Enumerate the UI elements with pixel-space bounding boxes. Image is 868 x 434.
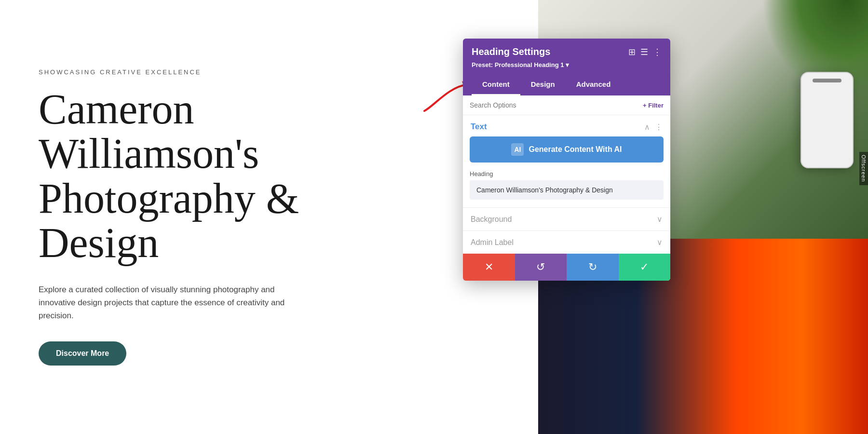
save-button[interactable]: ✓ xyxy=(619,254,671,281)
text-section-title: Text xyxy=(471,122,487,132)
heading-line1: Cameron xyxy=(39,86,194,133)
undo-icon: ↺ xyxy=(536,261,545,273)
heading-line4: Design xyxy=(39,219,159,266)
cancel-button[interactable]: ✕ xyxy=(463,254,515,281)
filter-button[interactable]: + Filter xyxy=(643,102,664,109)
tab-design[interactable]: Design xyxy=(520,74,566,95)
tab-advanced[interactable]: Advanced xyxy=(566,74,622,95)
ai-button-label: Generate Content With AI xyxy=(529,145,622,154)
tab-content[interactable]: Content xyxy=(472,74,520,95)
background-section[interactable]: Background ∨ xyxy=(463,207,670,231)
settings-panel: Heading Settings ⊞ ☰ ⋮ Preset: Professio… xyxy=(463,39,670,281)
background-chevron-icon: ∨ xyxy=(657,215,663,224)
heading-field-input[interactable] xyxy=(470,180,664,200)
panel-title: Heading Settings xyxy=(472,46,550,57)
admin-label-chevron-icon: ∨ xyxy=(657,238,663,247)
heading-field-label: Heading xyxy=(470,170,664,177)
offscreen-label: Offscreen xyxy=(859,152,868,185)
redo-button[interactable]: ↻ xyxy=(567,254,619,281)
expand-icon[interactable]: ⊞ xyxy=(628,47,636,57)
admin-label-section[interactable]: Admin Label ∨ xyxy=(463,231,670,254)
preset-label: Preset: Professional Heading 1 xyxy=(472,61,564,68)
main-heading: Cameron Williamson's Photography & Desig… xyxy=(39,87,465,266)
heading-line2: Williamson's xyxy=(39,130,259,177)
collapse-icon[interactable]: ∧ xyxy=(644,122,650,132)
ai-generate-button[interactable]: AI Generate Content With AI xyxy=(470,136,664,163)
search-row: + Filter xyxy=(463,95,670,115)
phone-decoration xyxy=(800,72,854,168)
panel-title-row: Heading Settings ⊞ ☰ ⋮ xyxy=(472,46,662,57)
save-icon: ✓ xyxy=(640,261,649,273)
background-section-title: Background xyxy=(471,215,512,224)
undo-button[interactable]: ↺ xyxy=(515,254,567,281)
main-content-area: SHOWCASING CREATIVE EXCELLENCE Cameron W… xyxy=(0,0,503,434)
discover-more-button[interactable]: Discover More xyxy=(39,341,126,366)
columns-icon[interactable]: ☰ xyxy=(640,47,648,57)
cancel-icon: ✕ xyxy=(485,261,493,273)
admin-label-section-title: Admin Label xyxy=(471,238,514,247)
heading-line3: Photography & xyxy=(39,175,299,222)
heading-field-group: Heading xyxy=(463,170,670,207)
search-input[interactable] xyxy=(470,101,639,109)
redo-icon: ↻ xyxy=(588,261,597,273)
panel-body: + Filter Text ∧ ⋮ AI Generate Content Wi… xyxy=(463,95,670,254)
text-section-icons: ∧ ⋮ xyxy=(644,122,663,132)
text-section-header: Text ∧ ⋮ xyxy=(463,115,670,136)
section-more-icon[interactable]: ⋮ xyxy=(655,122,663,132)
more-options-icon[interactable]: ⋮ xyxy=(653,47,662,57)
panel-footer: ✕ ↺ ↻ ✓ xyxy=(463,254,670,281)
panel-header-icons: ⊞ ☰ ⋮ xyxy=(628,47,662,57)
main-description: Explore a curated collection of visually… xyxy=(39,283,309,323)
panel-header: Heading Settings ⊞ ☰ ⋮ Preset: Professio… xyxy=(463,39,670,95)
preset-chevron: ▾ xyxy=(566,61,569,68)
ai-icon: AI xyxy=(511,143,524,156)
panel-tabs: Content Design Advanced xyxy=(472,74,662,95)
page-subtitle: SHOWCASING CREATIVE EXCELLENCE xyxy=(39,68,465,76)
panel-preset[interactable]: Preset: Professional Heading 1 ▾ xyxy=(472,61,662,68)
